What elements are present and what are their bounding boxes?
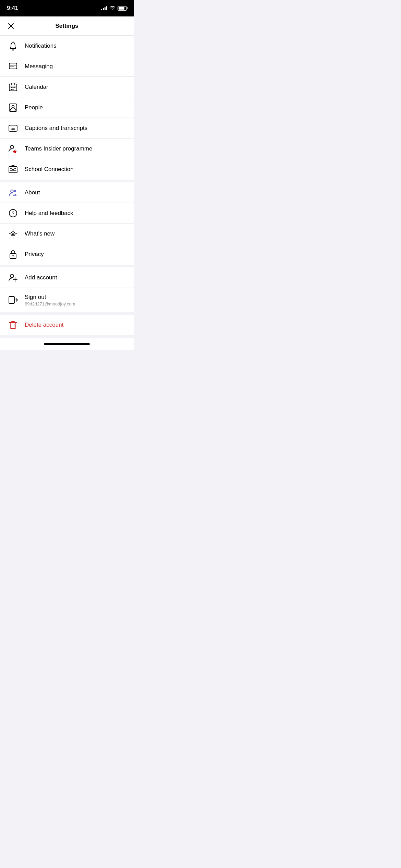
- svg-text:CC: CC: [11, 127, 15, 130]
- sign-out-label: Sign out: [25, 294, 75, 301]
- about-icon: [7, 186, 19, 199]
- svg-point-24: [14, 190, 16, 192]
- svg-rect-11: [13, 87, 14, 88]
- sign-out-item[interactable]: Sign out 69d2d271@moodjoy.com: [0, 288, 134, 312]
- teams-insider-item[interactable]: Teams Insider programme: [0, 138, 134, 159]
- help-feedback-label: Help and feedback: [25, 210, 73, 217]
- insider-icon: [7, 143, 19, 155]
- captions-icon: CC: [7, 122, 19, 134]
- add-account-label: Add account: [25, 274, 57, 281]
- svg-text:?: ?: [12, 210, 15, 216]
- svg-point-23: [11, 190, 13, 193]
- svg-rect-12: [14, 87, 15, 88]
- close-button[interactable]: [5, 21, 16, 32]
- danger-section: Delete account: [0, 315, 134, 335]
- privacy-item[interactable]: Privacy: [0, 244, 134, 265]
- about-item[interactable]: About: [0, 182, 134, 203]
- close-icon: [8, 23, 14, 29]
- status-time: 9:41: [7, 5, 18, 12]
- whats-new-icon: [7, 228, 19, 240]
- svg-point-32: [12, 233, 14, 234]
- svg-rect-13: [11, 89, 12, 90]
- messaging-item[interactable]: Messaging: [0, 56, 134, 77]
- svg-point-36: [10, 274, 14, 278]
- calendar-item[interactable]: Calendar: [0, 77, 134, 97]
- captions-item[interactable]: CC Captions and transcripts: [0, 118, 134, 138]
- sign-out-text-group: Sign out 69d2d271@moodjoy.com: [25, 294, 75, 306]
- signal-icon: [101, 6, 107, 10]
- account-section: Add account Sign out 69d2d271@moodjoy.co…: [0, 267, 134, 312]
- page-title: Settings: [55, 23, 78, 29]
- messaging-label: Messaging: [25, 63, 53, 70]
- battery-icon: [118, 6, 127, 11]
- sign-out-icon: [7, 294, 19, 306]
- school-connection-label: School Connection: [25, 166, 74, 173]
- captions-label: Captions and transcripts: [25, 125, 87, 132]
- insider-label: Teams Insider programme: [25, 145, 92, 152]
- delete-account-label: Delete account: [25, 322, 63, 328]
- wifi-icon: [110, 6, 115, 10]
- svg-rect-10: [11, 87, 12, 88]
- notifications-label: Notifications: [25, 43, 57, 49]
- people-icon: [7, 101, 19, 114]
- svg-rect-41: [10, 323, 16, 328]
- calendar-icon: [7, 81, 19, 93]
- home-bar: [44, 343, 90, 345]
- bell-icon: [7, 40, 19, 52]
- school-connection-item[interactable]: School Connection: [0, 159, 134, 180]
- svg-rect-14: [13, 89, 14, 90]
- privacy-label: Privacy: [25, 251, 44, 258]
- help-icon: ?: [7, 207, 19, 219]
- svg-point-19: [10, 145, 14, 149]
- messaging-icon: [7, 60, 19, 73]
- delete-account-item[interactable]: Delete account: [0, 315, 134, 335]
- whats-new-item[interactable]: What's new: [0, 224, 134, 244]
- sign-out-email: 69d2d271@moodjoy.com: [25, 301, 75, 306]
- svg-point-16: [12, 105, 14, 108]
- status-bar: 9:41: [0, 0, 134, 16]
- home-indicator: [0, 338, 134, 350]
- add-account-icon: [7, 272, 19, 284]
- svg-point-31: [11, 232, 15, 236]
- notifications-item[interactable]: Notifications: [0, 36, 134, 56]
- main-settings-section: Notifications Messaging: [0, 36, 134, 180]
- people-item[interactable]: People: [0, 97, 134, 118]
- about-label: About: [25, 189, 40, 196]
- people-label: People: [25, 104, 43, 111]
- support-section: About ? Help and feedback What's new: [0, 182, 134, 265]
- status-icons: [101, 6, 127, 11]
- add-account-item[interactable]: Add account: [0, 267, 134, 288]
- svg-rect-3: [9, 63, 17, 69]
- privacy-icon: [7, 248, 19, 261]
- calendar-label: Calendar: [25, 84, 48, 91]
- help-feedback-item[interactable]: ? Help and feedback: [0, 203, 134, 224]
- school-icon: [7, 163, 19, 176]
- whats-new-label: What's new: [25, 230, 54, 237]
- settings-header: Settings: [0, 16, 134, 36]
- svg-rect-39: [9, 297, 14, 303]
- delete-icon: [7, 319, 19, 331]
